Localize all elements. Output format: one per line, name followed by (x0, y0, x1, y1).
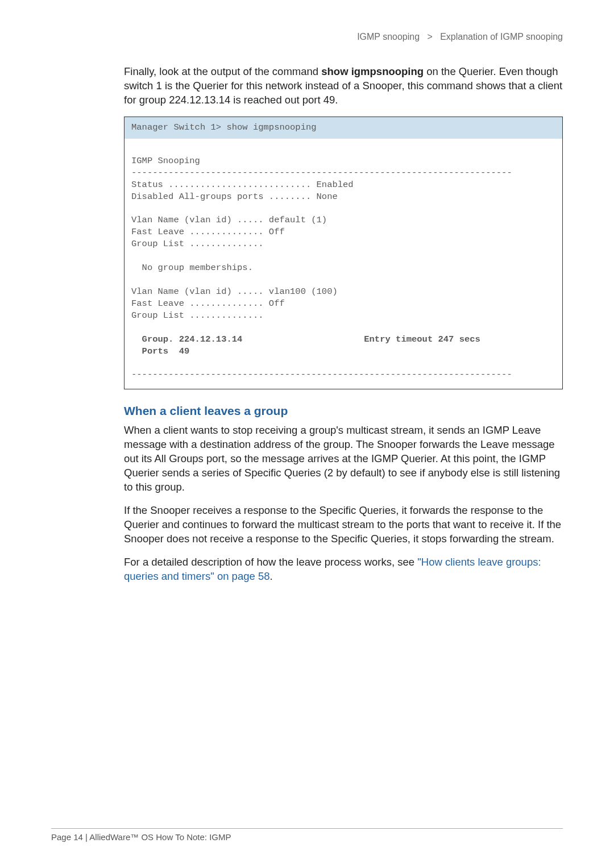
page-footer: Page 14 | AlliedWare™ OS How To Note: IG… (51, 828, 563, 842)
intro-cmd: show igmpsnooping (321, 65, 424, 77)
cli-output-bold: Group. 224.12.13.14 Entry timeout 247 se… (131, 334, 480, 356)
cli-output: IGMP Snooping --------------------------… (125, 139, 562, 389)
breadcrumb-section: IGMP snooping (357, 32, 420, 41)
breadcrumb: IGMP snooping > Explanation of IGMP snoo… (51, 32, 563, 42)
para-3: For a detailed description of how the le… (124, 555, 563, 584)
para-1: When a client wants to stop receiving a … (124, 423, 563, 495)
para-3-post: . (269, 570, 272, 582)
intro-pre: Finally, look at the output of the comma… (124, 65, 321, 77)
breadcrumb-page: Explanation of IGMP snooping (440, 32, 563, 41)
cli-command: Manager Switch 1> show igmpsnooping (125, 117, 562, 139)
para-3-pre: For a detailed description of how the le… (124, 556, 417, 568)
cli-output-plain-1: IGMP Snooping --------------------------… (131, 156, 512, 321)
breadcrumb-sep: > (427, 32, 432, 41)
section-heading: When a client leaves a group (124, 404, 563, 418)
para-2: If the Snooper receives a response to th… (124, 504, 563, 546)
cli-output-plain-2: ----------------------------------------… (131, 369, 512, 380)
intro-paragraph: Finally, look at the output of the comma… (124, 65, 563, 107)
cli-output-box: Manager Switch 1> show igmpsnooping IGMP… (124, 117, 563, 389)
